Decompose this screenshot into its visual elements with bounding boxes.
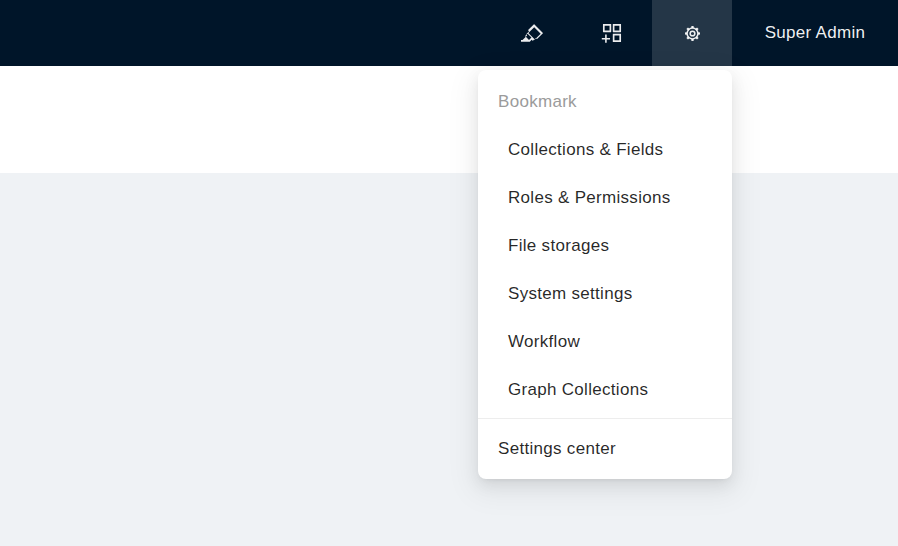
- settings-gear-button[interactable]: [652, 0, 732, 66]
- menu-item-collections-fields[interactable]: Collections & Fields: [478, 126, 732, 174]
- user-name-label: Super Admin: [765, 23, 866, 43]
- settings-menu-group: Bookmark Collections & Fields Roles & Pe…: [478, 70, 732, 418]
- page-content-area: [0, 173, 898, 546]
- menu-item-file-storages[interactable]: File storages: [478, 222, 732, 270]
- appstore-add-icon: [601, 22, 623, 44]
- menu-item-graph-collections[interactable]: Graph Collections: [478, 366, 732, 414]
- top-header-bar: Super Admin: [0, 0, 898, 66]
- settings-gear-icon: [682, 23, 703, 44]
- highlight-button[interactable]: [492, 0, 572, 66]
- highlight-icon: [521, 22, 543, 44]
- app-screen: Super Admin Bookmark Collections & Field…: [0, 0, 898, 546]
- menu-item-settings-center[interactable]: Settings center: [478, 419, 732, 479]
- bookmark-group-title: Bookmark: [478, 78, 732, 126]
- appstore-add-button[interactable]: [572, 0, 652, 66]
- settings-dropdown-menu: Bookmark Collections & Fields Roles & Pe…: [478, 70, 732, 479]
- menu-item-system-settings[interactable]: System settings: [478, 270, 732, 318]
- menu-item-workflow[interactable]: Workflow: [478, 318, 732, 366]
- user-menu-button[interactable]: Super Admin: [732, 0, 898, 66]
- menu-item-roles-permissions[interactable]: Roles & Permissions: [478, 174, 732, 222]
- page-header-band: [0, 66, 898, 173]
